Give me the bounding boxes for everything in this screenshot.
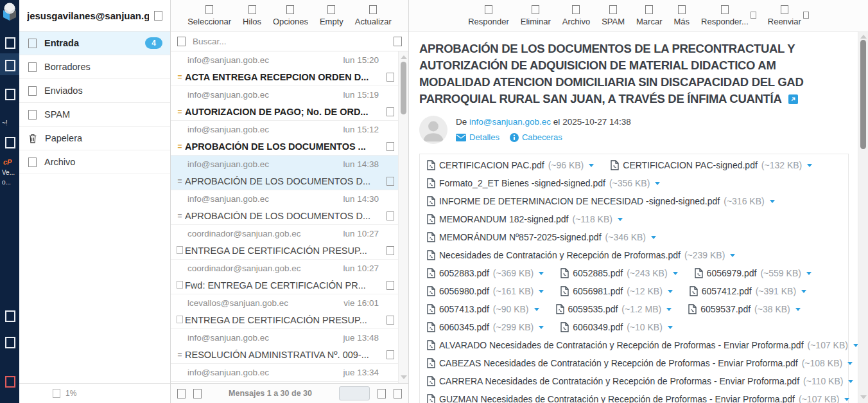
folder-item[interactable]: Entrada 4 — [19, 31, 170, 55]
attachment-name[interactable]: GUZMAN Necesidades de Contratación y Rec… — [439, 394, 795, 403]
attachment-name[interactable]: 6059537.pdf — [700, 304, 751, 314]
reader-toolbar-button[interactable]: Responder... — [701, 5, 749, 26]
open-in-new-window-icon[interactable] — [788, 94, 798, 104]
scroll-up-arrow[interactable] — [860, 35, 867, 39]
rail-text-fragment-mid2[interactable]: o... — [2, 179, 11, 186]
attachment-dropdown-icon[interactable] — [539, 290, 544, 293]
attachment-name[interactable]: 6060345.pdf — [439, 322, 489, 332]
attachment-name[interactable]: CERTIFICACION PAC.pdf — [439, 160, 544, 170]
list-toolbar-button[interactable]: Seleccionar — [187, 5, 231, 26]
message-checkbox[interactable] — [386, 211, 394, 220]
search-input[interactable] — [191, 36, 388, 47]
message-list-item[interactable]: coordinador@sanjuan.gob.ec lun 10:27 ENT… — [171, 225, 408, 260]
attachment-name[interactable]: 6060349.pdf — [573, 322, 623, 332]
message-checkbox[interactable] — [386, 142, 394, 151]
reader-toolbar-button[interactable]: Archivo — [562, 5, 590, 26]
cpanel-logo[interactable]: cP — [3, 158, 12, 166]
message-checkbox[interactable] — [386, 107, 394, 116]
message-list-item[interactable]: info@sanjuan.gob.ec jue 13:48 RESOLUCIÓN… — [171, 329, 408, 364]
attachment-name[interactable]: 6052885.pdf — [573, 268, 623, 278]
message-list-item[interactable]: coordinador@sanjuan.gob.ec lun 10:27 Fwd… — [171, 260, 408, 294]
reader-toolbar-button[interactable]: Eliminar — [521, 5, 551, 26]
attachment-name[interactable]: 6057412.pdf — [702, 286, 752, 296]
scrollbar-thumb[interactable] — [860, 40, 866, 149]
last-page-icon[interactable] — [394, 389, 402, 399]
attachment-dropdown-icon[interactable] — [539, 326, 544, 329]
page-number-input[interactable] — [339, 386, 370, 400]
message-list-item[interactable]: info@sanjuan.gob.ec lun 15:12 APROBACIÓN… — [171, 121, 408, 156]
attachment-name[interactable]: 6056981.pdf — [573, 286, 623, 296]
message-checkbox[interactable] — [386, 350, 394, 359]
folder-item[interactable]: Borradores — [19, 55, 170, 79]
attachment-dropdown-icon[interactable] — [848, 380, 853, 383]
reader-toolbar-button[interactable]: Responder — [468, 5, 509, 26]
message-checkbox[interactable] — [386, 281, 394, 290]
scroll-up-arrow[interactable] — [401, 55, 407, 59]
folder-item[interactable]: SPAM — [19, 103, 170, 127]
message-list-item[interactable]: info@sanjuan.gob.ec lun 15:20 ACTA ENTRE… — [171, 51, 408, 86]
rail-text-fragment-mid1[interactable]: Ve... — [2, 169, 15, 176]
message-list-item[interactable]: info@sanjuan.gob.ec lun 14:38 APROBACIÓN… — [171, 156, 408, 190]
reader-toolbar-button[interactable]: Reenviar — [768, 5, 801, 26]
attachment-name[interactable]: MEMORÁNDUM Nº857-2025-signed.pdf — [439, 232, 602, 242]
headers-toggle[interactable]: Cabeceras — [510, 132, 562, 142]
account-menu-icon[interactable] — [154, 11, 162, 21]
message-checkbox[interactable] — [386, 177, 394, 186]
folder-item[interactable]: Archivo — [19, 150, 170, 174]
rail-text-fragment-top[interactable]: ~! — [2, 120, 8, 127]
attachment-dropdown-icon[interactable] — [730, 254, 735, 257]
message-list-item[interactable]: lcevallos@sanjuan.gob.ec vie 16:01 ENTRE… — [171, 294, 408, 329]
list-toolbar-button[interactable]: Hilos — [243, 5, 261, 26]
attachment-dropdown-icon[interactable] — [618, 218, 623, 221]
attachment-dropdown-icon[interactable] — [534, 308, 539, 311]
rail-mail-icon[interactable] — [5, 60, 15, 71]
attachment-name[interactable]: 6056980.pdf — [439, 286, 489, 296]
next-page-icon[interactable] — [378, 389, 386, 399]
attachment-name[interactable]: INFORME DE DETERMINACION DE NECESIDAD -s… — [439, 196, 720, 206]
attachment-dropdown-icon[interactable] — [668, 326, 673, 329]
attachment-dropdown-icon[interactable] — [666, 308, 672, 311]
message-checkbox[interactable] — [386, 246, 394, 255]
rail-help-icon[interactable] — [5, 310, 15, 322]
reader-toolbar-button[interactable]: Más — [673, 5, 690, 26]
message-list-item[interactable]: info@sanjuan.gob.ec lun 14:30 APROBACIÓN… — [171, 190, 408, 225]
message-list-item[interactable]: info@sanjuan.gob.ec lun 15:19 AUTORIZACI… — [171, 86, 408, 121]
attachment-dropdown-icon[interactable] — [668, 290, 673, 293]
attachment-dropdown-icon[interactable] — [844, 398, 849, 401]
reader-toolbar-button[interactable]: SPAM — [602, 5, 625, 26]
attachment-name[interactable]: CABEZAS Necesidades de Contratación y Re… — [439, 358, 798, 368]
attachment-name[interactable]: Formato_2_ET Bienes -signed-signed.pdf — [439, 178, 605, 188]
prev-page-icon[interactable] — [193, 389, 202, 399]
rail-logout-icon[interactable] — [5, 376, 15, 388]
scroll-down-arrow[interactable] — [860, 395, 867, 399]
rail-settings-icon[interactable] — [5, 137, 15, 148]
from-email-link[interactable]: info@sanjuan.gob.ec — [469, 117, 551, 127]
scrollbar-thumb[interactable] — [401, 62, 406, 114]
attachment-name[interactable]: MEMORANDUM 182-signed.pdf — [439, 214, 569, 224]
search-options-icon[interactable] — [394, 37, 402, 46]
attachment-name[interactable]: CARRERA Necesidades de Contratación y Re… — [439, 376, 799, 386]
attachment-name[interactable]: 6057413.pdf — [439, 304, 489, 314]
message-checkbox[interactable] — [386, 73, 394, 82]
select-all-checkbox[interactable] — [177, 37, 186, 46]
toolbar-dropdown-icon[interactable] — [751, 12, 756, 19]
attachment-dropdown-icon[interactable] — [655, 182, 660, 185]
attachment-name[interactable]: CERTIFICACION PAC-signed.pdf — [623, 160, 758, 170]
scroll-down-arrow[interactable] — [401, 375, 407, 379]
attachment-dropdown-icon[interactable] — [770, 200, 775, 203]
attachment-dropdown-icon[interactable] — [539, 272, 544, 275]
attachment-name[interactable]: 6059535.pdf — [568, 304, 618, 314]
list-toolbar-button[interactable]: Empty — [320, 5, 343, 26]
rail-compose-icon[interactable] — [5, 37, 15, 49]
attachment-name[interactable]: 6052883.pdf — [439, 268, 489, 278]
reader-toolbar-button[interactable]: Marcar — [636, 5, 662, 26]
list-toolbar-button[interactable]: Actualizar — [355, 5, 392, 26]
attachment-dropdown-icon[interactable] — [673, 272, 678, 275]
details-toggle[interactable]: Detalles — [456, 132, 499, 142]
rail-about-icon[interactable] — [5, 337, 15, 348]
message-list-item[interactable]: info@sanjuan.gob.ec jue 13:34 — [171, 364, 408, 382]
attachment-dropdown-icon[interactable] — [801, 290, 806, 293]
toolbar-dropdown-icon[interactable] — [803, 12, 809, 19]
attachment-dropdown-icon[interactable] — [847, 362, 853, 365]
folder-item[interactable]: Papelera — [19, 127, 170, 150]
